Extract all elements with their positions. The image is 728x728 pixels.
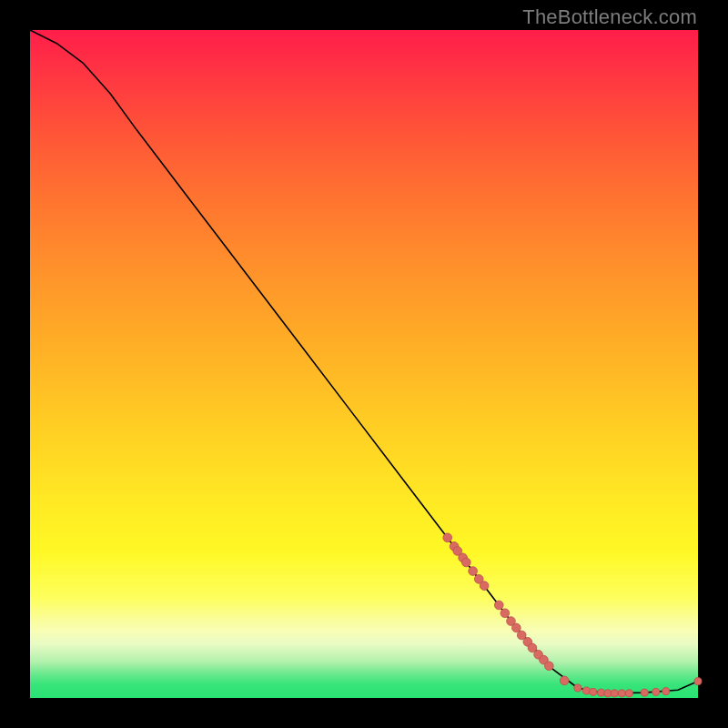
data-point: [590, 688, 597, 695]
chart-curve: [30, 30, 698, 693]
data-point: [598, 689, 605, 696]
data-point: [461, 558, 470, 567]
data-point: [480, 581, 489, 591]
data-point: [641, 689, 648, 696]
data-point: [604, 690, 612, 697]
data-point: [443, 533, 452, 542]
data-point: [544, 662, 553, 671]
data-point: [611, 690, 618, 697]
data-point: [574, 684, 581, 692]
chart-markers: [443, 533, 702, 697]
data-point: [618, 690, 625, 697]
chart-frame: TheBottleneck.com: [0, 0, 728, 728]
data-point: [560, 676, 569, 685]
data-point: [625, 690, 632, 697]
data-point: [494, 601, 503, 610]
data-point: [662, 688, 670, 695]
data-point: [512, 623, 521, 632]
data-point: [582, 687, 590, 694]
data-point: [652, 688, 660, 695]
chart-overlay: [30, 30, 698, 698]
data-point: [694, 678, 702, 685]
watermark-text: TheBottleneck.com: [522, 5, 697, 29]
data-point: [500, 609, 510, 618]
data-point: [469, 567, 478, 576]
